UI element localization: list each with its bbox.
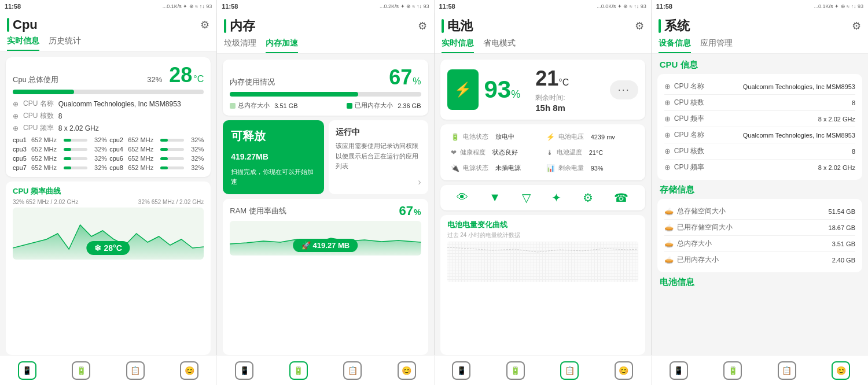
nav-btn-bat-3[interactable]: 📋 <box>543 356 597 385</box>
bat-eye-icon[interactable]: 👁 <box>457 191 468 205</box>
nav-btn-mem-2[interactable]: 🔋 <box>271 356 326 385</box>
release-desc: 扫描完成，你现在可以开始加速 <box>231 167 316 186</box>
mem-usage-header: 内存使用情况 67 % <box>230 65 421 90</box>
status-segment-4: 11:58 ...0.1K/s ✦ ⊕ ≈ ↑↓ 93 <box>652 0 868 13</box>
mem-release-card: 可释放 419.27MB 扫描完成，你现在可以开始加速 <box>223 120 324 194</box>
bat-gear-icon[interactable]: ⚙ <box>635 20 644 32</box>
nav-btn-bat-4[interactable]: 😊 <box>597 356 651 385</box>
cpu-gear-icon[interactable]: ⚙ <box>200 18 209 31</box>
cpu-cores-icon: ⊕ <box>13 112 19 120</box>
sys-cpu-icon-2: ⊕ <box>664 114 671 123</box>
bat-settings-icon[interactable]: ⚙ <box>583 191 593 205</box>
tab-mem-clean[interactable]: 垃圾清理 <box>224 38 256 53</box>
bat-data-icon[interactable]: ▽ <box>522 191 531 205</box>
bat-bluetooth-icon[interactable]: ✦ <box>551 191 561 205</box>
sys-storage-icon-0: 🥧 <box>664 207 674 216</box>
nav-btn-sys-1[interactable]: 📱 <box>652 356 706 385</box>
bat-more-btn[interactable]: ··· <box>610 80 638 99</box>
bat-wifi-icon[interactable]: ▼ <box>489 191 501 205</box>
cpu-title-row: Cpu ⚙ <box>7 17 209 32</box>
bat-chart-sub: 过去 24 小时的电量统计数据 <box>447 231 638 239</box>
nav-btn-sys-2[interactable]: 🔋 <box>705 356 760 385</box>
mem-used-value: 2.36 GB <box>398 102 421 109</box>
sys-bat-info-title: 电池信息 <box>657 277 862 288</box>
memory-panel: 内存 ⚙ 垃圾清理 内存加速 内存使用情况 67 % <box>217 13 434 355</box>
cpu-chart-meta-left: 32% 652 MHz / 2.02 GHz <box>13 199 78 205</box>
running-arrow-icon[interactable]: › <box>336 177 421 187</box>
bat-pct-row: 93 % <box>484 76 521 103</box>
sys-cpu-row-1: ⊕ CPU 核数 8 <box>664 95 855 111</box>
core-row-6: cpu6 652 MHz 32% <box>109 155 204 162</box>
boost-badge[interactable]: 🚀 419.27 MB <box>293 239 358 252</box>
bat-info-power: 🔌 电源状态 未插电源 <box>447 161 543 175</box>
sys-cpu-left-0: ⊕ CPU 名称 <box>664 82 705 91</box>
status-segment-2: 11:58 ...0.2K/s ✦ ⊕ ≈ ↑↓ 93 <box>217 0 434 13</box>
mem-title-row: 内存 ⚙ <box>224 17 426 35</box>
bat-title-row: 电池 ⚙ <box>442 17 644 35</box>
sys-cpu-icon-3: ⊕ <box>664 131 671 139</box>
tab-sys-device[interactable]: 设备信息 <box>659 38 691 53</box>
nav-btn-bat-1[interactable]: 📱 <box>435 356 489 385</box>
bat-pct-big: 93 <box>484 76 512 103</box>
tab-cpu-realtime[interactable]: 实时信息 <box>7 36 39 51</box>
status-icons-2: ...0.2K/s ✦ ⊕ ≈ ↑↓ 93 <box>380 3 429 9</box>
nav-btn-sys-3[interactable]: 📋 <box>760 356 814 385</box>
cpu-usage-header: Cpu 总体使用 32% 28 °C <box>13 63 204 87</box>
nav-icon-cpu-mem: 🔋 <box>289 361 308 380</box>
sys-panel-header: 系统 ⚙ 设备信息 应用管理 <box>652 13 868 54</box>
cpu-panel-title: Cpu <box>13 17 38 32</box>
nav-segment-bat: 📱 🔋 📋 😊 <box>435 356 652 385</box>
nav-btn-mem-3[interactable]: 📋 <box>325 356 380 385</box>
nav-btn-mem-1[interactable]: 📱 <box>217 356 271 385</box>
cpu-chart-area: ❄ 28°C <box>13 208 204 260</box>
bat-status-icon: 🔋 <box>451 133 459 141</box>
sys-cpu-row-3: ⊕ CPU 名称 Qualcomm Technologies, Inc MSM8… <box>664 127 855 143</box>
bat-panel-header: 电池 ⚙ 实时信息 省电模式 <box>435 13 651 54</box>
system-panel: 系统 ⚙ 设备信息 应用管理 CPU 信息 ⊕ CPU 名称 <box>652 13 868 355</box>
nav-btn-sys-4[interactable]: 😊 <box>814 356 868 385</box>
bat-panel-content: ⚡ 93 % 21 °C 剩余时间: 15h 8m ··· <box>435 54 651 355</box>
time-4: 11:58 <box>656 3 672 10</box>
bat-power-icon: 🔌 <box>451 164 459 172</box>
ram-chart-area: 🚀 419.27 MB <box>230 221 421 256</box>
nav-btn-mem-4[interactable]: 😊 <box>380 356 434 385</box>
nav-btn-bat-2[interactable]: 🔋 <box>488 356 543 385</box>
main-panels: Cpu ⚙ 实时信息 历史统计 Cpu 总体使用 32% 28 °C <box>0 13 868 355</box>
sys-storage-left-3: 🥧 已用内存大小 <box>664 255 719 265</box>
status-segment-1: 11:58 ...0.1K/s ✦ ⊕ ≈ ↑↓ 93 <box>0 0 217 13</box>
time-3: 11:58 <box>439 3 455 10</box>
bat-health-icon: ❤ <box>451 149 457 157</box>
nav-icon-monitor-1: 📱 <box>18 361 36 380</box>
nav-btn-cpu-2[interactable]: 🔋 <box>54 356 109 385</box>
tab-mem-boost[interactable]: 内存加速 <box>266 38 298 53</box>
ram-chart-pct: 67 <box>399 203 413 219</box>
sys-cpu-left-2: ⊕ CPU 频率 <box>664 114 705 124</box>
sys-storage-icon-1: 🥧 <box>664 223 674 232</box>
time-1: 11:58 <box>5 3 21 10</box>
nav-icon-list-1: 📋 <box>126 361 145 380</box>
cpu-usage-percent-small: 32% <box>147 75 162 84</box>
battery-icon: ⚡ <box>447 69 479 110</box>
tab-bat-realtime[interactable]: 实时信息 <box>442 38 474 53</box>
nav-icon-monitor-3: 📱 <box>452 361 470 380</box>
tab-bat-saver[interactable]: 省电模式 <box>483 38 516 53</box>
bat-call-icon[interactable]: ☎ <box>614 191 628 205</box>
cpu-snowflake-icon: ❄ <box>94 243 101 253</box>
sys-cpu-icon-5: ⊕ <box>664 163 671 172</box>
nav-btn-cpu-1[interactable]: 📱 <box>0 356 54 385</box>
cpu-panel-header: Cpu ⚙ 实时信息 历史统计 <box>0 13 216 51</box>
sys-storage-icon-3: 🥧 <box>664 256 674 264</box>
nav-btn-cpu-3[interactable]: 📋 <box>108 356 163 385</box>
sys-cpu-row-2: ⊕ CPU 频率 8 x 2.02 GHz <box>664 111 855 127</box>
time-2: 11:58 <box>222 3 238 10</box>
mem-panel-title: 内存 <box>230 17 255 35</box>
mem-gear-icon[interactable]: ⚙ <box>418 20 427 32</box>
status-icons-3: ...0.0K/s ✦ ⊕ ≈ ↑↓ 93 <box>597 3 646 9</box>
nav-btn-cpu-4[interactable]: 😊 <box>163 356 217 385</box>
mem-progress-wrap <box>230 92 421 97</box>
core-row-8: cpu8 652 MHz 32% <box>109 164 204 171</box>
cpu-panel-content: Cpu 总体使用 32% 28 °C ⊕ CPU 名称 Qualcomm Tec… <box>0 51 216 355</box>
tab-cpu-history[interactable]: 历史统计 <box>49 36 81 51</box>
tab-sys-apps[interactable]: 应用管理 <box>700 38 733 53</box>
sys-gear-icon[interactable]: ⚙ <box>852 20 861 32</box>
